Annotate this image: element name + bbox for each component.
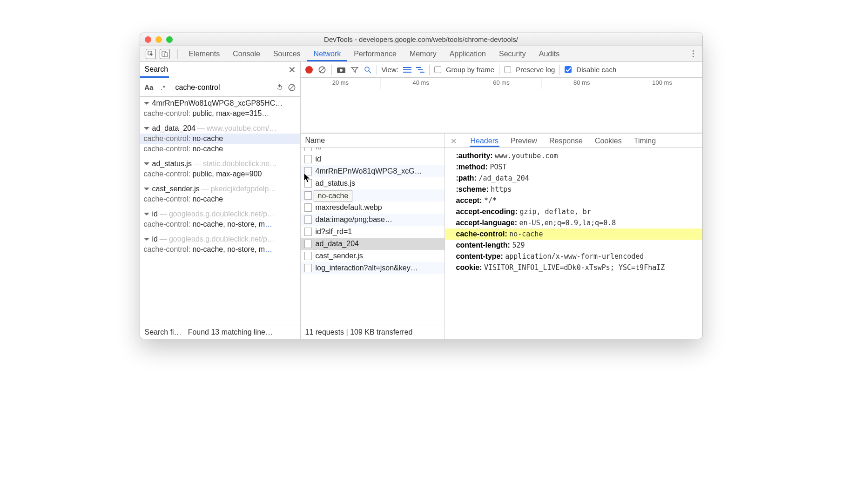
detail-tabs: ✕ HeadersPreviewResponseCookiesTiming bbox=[445, 134, 702, 148]
header-row[interactable]: :path: /ad_data_204 bbox=[445, 173, 702, 184]
search-result-file[interactable]: 4mrRnEPnWo81qWPG8_xcGP85HC… bbox=[140, 98, 300, 108]
search-result-file[interactable]: cast_sender.js — pkedcjkdefgpdelp… bbox=[140, 184, 300, 194]
header-row[interactable]: :scheme: https bbox=[445, 184, 702, 195]
tab-application[interactable]: Application bbox=[443, 46, 492, 61]
search-result-line[interactable]: cache-control: no-cache, no-store, m… bbox=[140, 219, 300, 229]
file-icon bbox=[304, 264, 312, 272]
search-header: Search ✕ bbox=[140, 62, 300, 78]
request-row[interactable]: data:image/png;base… bbox=[301, 214, 445, 226]
search-result-line[interactable]: cache-control: no-cache bbox=[140, 134, 300, 144]
search-result-line[interactable]: cache-control: public, max-age=900 bbox=[140, 169, 300, 179]
detail-tab-headers[interactable]: Headers bbox=[470, 137, 499, 147]
filter-icon[interactable] bbox=[350, 66, 359, 74]
titlebar: DevTools - developers.google.com/web/too… bbox=[140, 33, 702, 46]
search-result-file[interactable]: id — googleads.g.doubleclick.net/p… bbox=[140, 209, 300, 219]
request-row[interactable]: Id bbox=[301, 148, 445, 153]
request-row[interactable]: ad_status.js bbox=[301, 177, 445, 189]
clear-icon[interactable] bbox=[317, 65, 327, 74]
header-row[interactable]: accept-language: en-US,en;q=0.9,la;q=0.8 bbox=[445, 217, 702, 228]
header-row[interactable]: content-type: application/x-www-form-url… bbox=[445, 251, 702, 262]
timeline-tick: 80 ms bbox=[541, 78, 622, 89]
disclosure-triangle-icon[interactable] bbox=[144, 238, 149, 241]
header-key: :authority: bbox=[456, 152, 495, 160]
request-name: cast_sender.js bbox=[316, 252, 363, 260]
network-overview[interactable]: 20 ms40 ms60 ms80 ms100 ms bbox=[301, 78, 702, 134]
refresh-search-icon[interactable] bbox=[276, 83, 284, 92]
view-label: View: bbox=[382, 66, 398, 74]
regex-toggle[interactable]: .* bbox=[158, 83, 168, 91]
request-row[interactable]: id?slf_rd=1 bbox=[301, 226, 445, 238]
tab-console[interactable]: Console bbox=[226, 46, 267, 61]
tab-memory[interactable]: Memory bbox=[403, 46, 443, 61]
tab-audits[interactable]: Audits bbox=[532, 46, 566, 61]
svg-rect-13 bbox=[416, 67, 421, 68]
search-result-file[interactable]: ad_status.js — static.doubleclick.ne… bbox=[140, 159, 300, 169]
search-result-line[interactable]: cache-control: public, max-age=315… bbox=[140, 108, 300, 119]
disclosure-triangle-icon[interactable] bbox=[144, 127, 149, 130]
header-row[interactable]: accept: */* bbox=[445, 195, 702, 206]
search-icon[interactable] bbox=[364, 66, 372, 74]
list-view-icon[interactable] bbox=[403, 67, 411, 73]
search-results: 4mrRnEPnWo81qWPG8_xcGP85HC…cache-control… bbox=[140, 97, 300, 325]
inspect-element-icon[interactable] bbox=[146, 49, 156, 59]
result-filename: id bbox=[152, 235, 158, 243]
request-row[interactable]: cast_sender.js bbox=[301, 250, 445, 262]
group-by-frame-checkbox[interactable] bbox=[434, 66, 441, 73]
column-header-name[interactable]: Name bbox=[301, 134, 445, 148]
tab-security[interactable]: Security bbox=[492, 46, 532, 61]
search-result-line[interactable]: cache-control: no-cache bbox=[140, 144, 300, 154]
close-search-icon[interactable]: ✕ bbox=[284, 64, 300, 75]
screenshots-icon[interactable] bbox=[337, 66, 346, 74]
header-row[interactable]: :authority: www.youtube.com bbox=[445, 150, 702, 161]
search-result-line[interactable]: cache-control: no-cache, no-store, m… bbox=[140, 244, 300, 255]
tab-elements[interactable]: Elements bbox=[182, 46, 227, 61]
record-icon[interactable] bbox=[305, 66, 313, 74]
device-toolbar-icon[interactable] bbox=[160, 49, 170, 59]
header-value: gzip, deflate, br bbox=[519, 208, 591, 216]
request-row[interactable]: log_interaction?alt=json&key… bbox=[301, 262, 445, 274]
clear-search-icon[interactable] bbox=[288, 83, 296, 92]
minimize-window-icon[interactable] bbox=[155, 36, 162, 43]
request-row[interactable]: remote.js bbox=[301, 189, 445, 202]
header-row[interactable]: content-length: 529 bbox=[445, 240, 702, 251]
request-row[interactable]: 4mrRnEPnWo81qWPG8_xcG… bbox=[301, 165, 445, 177]
tab-sources[interactable]: Sources bbox=[267, 46, 307, 61]
detail-tab-cookies[interactable]: Cookies bbox=[594, 137, 623, 147]
request-name: remote.js bbox=[316, 191, 346, 200]
timeline-tick: 100 ms bbox=[622, 78, 702, 89]
request-row[interactable]: ad_data_204 bbox=[301, 238, 445, 250]
disable-cache-label: Disable cach bbox=[576, 66, 616, 74]
header-value: www.youtube.com bbox=[495, 152, 558, 160]
tab-performance[interactable]: Performance bbox=[347, 46, 403, 61]
detail-tab-preview[interactable]: Preview bbox=[510, 137, 538, 147]
header-row[interactable]: :method: POST bbox=[445, 161, 702, 173]
tab-network[interactable]: Network bbox=[307, 46, 348, 61]
search-result-file[interactable]: id — googleads.g.doubleclick.net/p… bbox=[140, 234, 300, 244]
request-row[interactable]: maxresdefault.webp bbox=[301, 202, 445, 214]
detail-tab-response[interactable]: Response bbox=[548, 137, 584, 147]
header-row[interactable]: cache-control: no-cache bbox=[445, 228, 702, 240]
headers-body: :authority: www.youtube.com:method: POST… bbox=[445, 148, 702, 339]
disclosure-triangle-icon[interactable] bbox=[144, 188, 149, 190]
overflow-menu-icon[interactable] bbox=[687, 50, 700, 57]
close-window-icon[interactable] bbox=[145, 36, 151, 43]
search-input[interactable] bbox=[172, 81, 272, 94]
detail-tab-timing[interactable]: Timing bbox=[633, 137, 657, 147]
header-row[interactable]: accept-encoding: gzip, deflate, br bbox=[445, 206, 702, 217]
close-details-icon[interactable]: ✕ bbox=[451, 137, 457, 147]
header-row[interactable]: cookie: VISITOR_INFO1_LIVE=dDk0-xTswPs; … bbox=[445, 262, 702, 273]
match-case-toggle[interactable]: Aa bbox=[144, 83, 155, 91]
zoom-window-icon[interactable] bbox=[166, 36, 173, 43]
waterfall-view-icon[interactable] bbox=[416, 67, 424, 73]
search-result-file[interactable]: ad_data_204 — www.youtube.com/… bbox=[140, 123, 300, 134]
disclosure-triangle-icon[interactable] bbox=[144, 102, 149, 105]
disclosure-triangle-icon[interactable] bbox=[144, 162, 149, 165]
disclosure-triangle-icon[interactable] bbox=[144, 213, 149, 215]
result-url: pkedcjkdefgpdelp… bbox=[211, 185, 276, 193]
header-value: POST bbox=[490, 163, 506, 171]
request-row[interactable]: id bbox=[301, 153, 445, 165]
svg-point-7 bbox=[340, 69, 343, 72]
preserve-log-checkbox[interactable] bbox=[504, 66, 511, 73]
search-result-line[interactable]: cache-control: no-cache bbox=[140, 194, 300, 204]
disable-cache-checkbox[interactable] bbox=[565, 66, 572, 73]
